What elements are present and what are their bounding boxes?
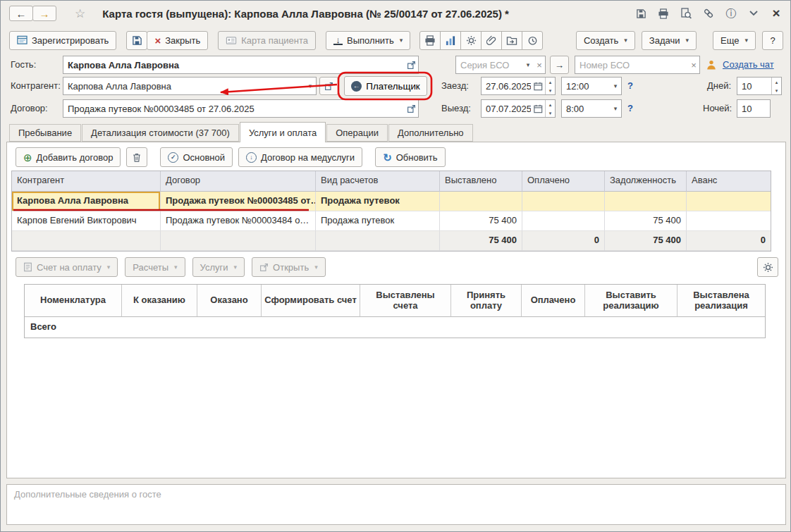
open-contract-icon[interactable]	[404, 100, 418, 117]
table-cell-counterparty[interactable]: Карпова Алла Лавровна	[12, 192, 161, 211]
checkout-time-input[interactable]	[562, 100, 610, 117]
payer-button[interactable]: ← Плательщик	[344, 76, 427, 96]
column-header[interactable]: Аванс	[687, 171, 771, 192]
table-cell-billed[interactable]	[440, 192, 522, 211]
contract-input[interactable]	[63, 100, 404, 117]
column-header[interactable]: Вид расчетов	[316, 171, 440, 192]
link-icon[interactable]	[701, 6, 716, 20]
table-cell-contract[interactable]: Продажа путевок №00003484 о…	[161, 211, 316, 231]
table-cell-calc-type[interactable]: Продажа путевок	[316, 192, 440, 211]
table-cell-calc-type[interactable]: Продажа путевок	[316, 211, 440, 231]
column-header[interactable]: Задолженность	[605, 171, 687, 192]
checkout-time-caret-icon[interactable]: ▾	[610, 100, 621, 117]
more-button[interactable]: Еще ▾	[713, 31, 756, 50]
execute-button[interactable]: ↓ Выполнить ▾	[326, 31, 410, 50]
checkin-date-input[interactable]	[482, 78, 531, 94]
tab-detalizaciya-stoimosti[interactable]: Детализация стоимости (37 700)	[82, 124, 239, 142]
calendar-icon[interactable]	[531, 100, 545, 117]
favorite-star-icon[interactable]: ☆	[75, 8, 85, 20]
checkin-time-caret-icon[interactable]: ▾	[610, 78, 621, 94]
help-button[interactable]: ?	[762, 31, 783, 50]
save-button[interactable]	[126, 31, 147, 50]
print-button[interactable]	[419, 31, 441, 50]
column-header[interactable]: Выставлено	[440, 171, 522, 192]
patient-card-button[interactable]: Карта пациента	[218, 31, 316, 50]
bso-series-caret-icon[interactable]: ▾	[522, 56, 534, 73]
table-cell-debt[interactable]	[605, 192, 687, 211]
tab-dopolnitelno[interactable]: Дополнительно	[388, 124, 473, 142]
print-icon[interactable]	[656, 6, 670, 20]
spinner-up-icon[interactable]: ▴	[546, 78, 555, 86]
checkin-help-icon[interactable]: ?	[627, 77, 633, 95]
table-cell-counterparty[interactable]: Карпов Евгений Викторович	[12, 211, 161, 231]
close-window-icon[interactable]: ×	[769, 6, 783, 20]
tab-prebyvanie[interactable]: Пребывание	[9, 124, 81, 142]
open-guest-icon[interactable]	[404, 56, 418, 73]
refresh-button[interactable]: ↻ Обновить	[375, 147, 445, 167]
calculations-button[interactable]: Расчеты ▾	[125, 257, 185, 277]
add-contract-button[interactable]: ⊕ Добавить договор	[16, 147, 121, 167]
guest-input[interactable]	[63, 56, 404, 73]
days-input[interactable]	[737, 78, 771, 94]
column-header[interactable]: Оплачено	[522, 285, 585, 317]
register-button[interactable]: Зарегистрировать	[9, 31, 116, 50]
spinner-down-icon[interactable]: ▾	[772, 86, 781, 94]
table-cell-advance[interactable]	[687, 192, 771, 211]
counterparty-caret-icon[interactable]: ▾	[305, 78, 316, 94]
fill-bso-button[interactable]: →	[550, 56, 569, 74]
tab-operacii[interactable]: Операции	[326, 124, 388, 142]
services-button[interactable]: Услуги ▾	[192, 257, 245, 277]
checkout-date-input[interactable]	[482, 100, 531, 117]
column-header[interactable]: Принять оплату	[451, 285, 522, 317]
collapse-chevron-icon[interactable]	[747, 6, 761, 20]
bso-number-clear-icon[interactable]: ×	[688, 56, 699, 73]
table-cell-advance[interactable]	[687, 211, 771, 231]
bso-series-input[interactable]	[456, 56, 522, 73]
back-button[interactable]: ←	[9, 6, 33, 21]
spinner-down-icon[interactable]: ▾	[546, 86, 555, 94]
bso-series-clear-icon[interactable]: ×	[534, 56, 545, 73]
open-button[interactable]: Открыть ▾	[252, 257, 326, 277]
tasks-button[interactable]: Задачи ▾	[642, 31, 697, 50]
tab-uslugi-i-oplata[interactable]: Услуги и оплата	[240, 122, 326, 142]
main-contract-button[interactable]: ✓ Основной	[160, 147, 233, 167]
column-header[interactable]: Оплачено	[522, 171, 605, 192]
settings-gears-button[interactable]	[460, 31, 482, 50]
create-chat-link[interactable]: Создать чат	[723, 56, 774, 74]
table-cell-debt[interactable]: 75 400	[605, 211, 687, 231]
days-spinner[interactable]: ▴ ▾	[771, 78, 781, 94]
export-folder-button[interactable]	[501, 31, 522, 50]
column-header[interactable]: Выставлена реализация	[677, 285, 765, 317]
column-header[interactable]: Сформировать счет	[262, 285, 360, 317]
column-header[interactable]: К оказанию	[122, 285, 197, 317]
column-header[interactable]: Номенклатура	[25, 285, 122, 317]
open-counterparty-button[interactable]	[319, 77, 338, 95]
info-icon[interactable]: ⓘ	[724, 6, 738, 20]
history-button[interactable]	[522, 31, 543, 50]
table-cell-contract[interactable]: Продажа путевок №00003485 от…	[161, 192, 316, 211]
nights-input[interactable]	[737, 100, 770, 117]
checkin-date-spinner[interactable]: ▴ ▾	[545, 78, 555, 94]
column-header[interactable]: Контрагент	[12, 171, 161, 192]
column-header[interactable]: Выставить реализацию	[585, 285, 677, 317]
column-header[interactable]: Выставлены счета	[360, 285, 451, 317]
med-contract-button[interactable]: ↓ Договор на медуслуги	[238, 147, 362, 167]
spinner-up-icon[interactable]: ▴	[546, 100, 555, 109]
attachments-paperclip-button[interactable]	[481, 31, 502, 50]
guest-notes-textarea[interactable]	[6, 484, 786, 525]
table-settings-button[interactable]	[757, 257, 778, 277]
calendar-icon[interactable]	[531, 78, 545, 94]
column-header[interactable]: Оказано	[197, 285, 262, 317]
checkout-help-icon[interactable]: ?	[627, 99, 633, 118]
column-header[interactable]: Договор	[161, 171, 316, 192]
spinner-up-icon[interactable]: ▴	[772, 78, 781, 86]
save-icon[interactable]	[634, 6, 648, 20]
delete-contract-button[interactable]	[126, 147, 147, 167]
invoice-button[interactable]: Счет на оплату ▾	[16, 257, 118, 277]
forward-button[interactable]: →	[32, 6, 56, 21]
checkout-date-spinner[interactable]: ▴ ▾	[545, 100, 555, 117]
search-document-icon[interactable]	[679, 6, 693, 20]
table-cell-billed[interactable]: 75 400	[440, 211, 522, 231]
checkin-time-input[interactable]	[562, 78, 610, 94]
create-button[interactable]: Создать ▾	[576, 31, 635, 50]
